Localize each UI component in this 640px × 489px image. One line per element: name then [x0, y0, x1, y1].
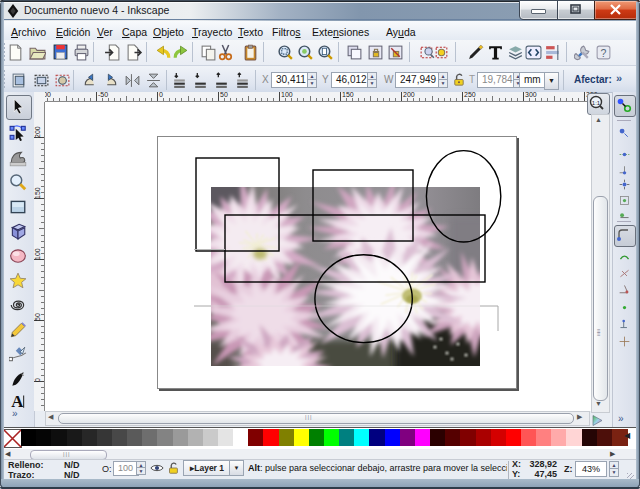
svg-text:1:1: 1:1	[592, 100, 601, 106]
svg-text:?: ?	[601, 47, 607, 59]
